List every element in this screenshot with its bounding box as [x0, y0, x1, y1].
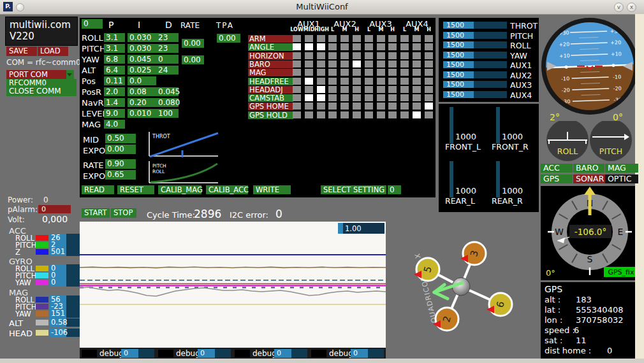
rc-expo-field[interactable]: 0.65	[105, 170, 136, 180]
aux-checkbox[interactable]	[413, 86, 421, 93]
calib-mag-button[interactable]: CALIB_MAG	[158, 185, 201, 194]
aux-checkbox[interactable]	[425, 111, 433, 118]
aux-checkbox[interactable]	[340, 94, 349, 101]
pid-i-field[interactable]: 0.030	[128, 33, 156, 42]
aux-checkbox[interactable]	[425, 86, 433, 93]
aux-checkbox[interactable]	[317, 35, 325, 42]
aux-checkbox[interactable]	[400, 69, 409, 76]
aux-checkbox[interactable]	[413, 111, 421, 118]
aux-checkbox[interactable]	[425, 35, 433, 42]
aux-checkbox[interactable]	[317, 60, 325, 68]
aux-checkbox[interactable]	[317, 43, 325, 50]
aux-checkbox[interactable]	[317, 86, 325, 93]
aux-checkbox[interactable]	[353, 78, 361, 85]
aux-checkbox[interactable]	[353, 86, 361, 93]
aux-checkbox[interactable]	[353, 103, 361, 110]
aux-checkbox[interactable]	[317, 52, 325, 59]
aux-checkbox[interactable]	[353, 52, 361, 59]
aux-checkbox[interactable]	[365, 103, 373, 110]
port-option-rfcomm0[interactable]: RFCOMM0	[6, 79, 77, 87]
pid-p-field[interactable]: 4.0	[104, 120, 125, 129]
aux-checkbox[interactable]	[388, 78, 397, 85]
pid-i-field[interactable]: 0.030	[128, 44, 156, 53]
pid-i-field[interactable]: 0.20	[128, 98, 156, 107]
pid-p-field[interactable]: 9.0	[104, 109, 125, 118]
sensor-toggle-optic[interactable]: OPTIC	[605, 174, 638, 183]
aux-checkbox[interactable]	[293, 78, 301, 85]
pid-d-field[interactable]: 23	[156, 33, 179, 42]
aux-checkbox[interactable]	[400, 86, 409, 93]
aux-checkbox[interactable]	[365, 86, 373, 93]
aux-checkbox[interactable]	[305, 78, 313, 85]
start-button[interactable]: START	[82, 208, 110, 218]
aux-checkbox[interactable]	[425, 52, 433, 59]
aux-checkbox[interactable]	[340, 35, 349, 42]
aux-checkbox[interactable]	[317, 78, 325, 85]
aux-checkbox[interactable]	[328, 111, 337, 118]
aux-checkbox[interactable]	[305, 43, 313, 50]
port-dropdown[interactable]: PORT COM	[6, 70, 74, 79]
aux-checkbox[interactable]	[353, 60, 361, 68]
aux-checkbox[interactable]	[305, 103, 313, 110]
rate-yaw-field[interactable]: 0.00	[182, 55, 204, 64]
aux-checkbox[interactable]	[317, 69, 325, 76]
aux-checkbox[interactable]	[413, 52, 421, 59]
aux-checkbox[interactable]	[425, 43, 433, 50]
expo-field[interactable]: 0.00	[105, 145, 136, 154]
aux-checkbox[interactable]	[377, 103, 385, 110]
aux-checkbox[interactable]	[400, 111, 409, 118]
aux-checkbox[interactable]	[293, 103, 301, 110]
sensor-toggle-gps[interactable]: GPS	[541, 174, 573, 183]
aux-checkbox[interactable]	[365, 60, 373, 68]
aux-checkbox[interactable]	[377, 60, 385, 68]
pid-i-field[interactable]: 0.010	[128, 109, 156, 118]
close-icon[interactable]: x	[627, 3, 636, 12]
aux-checkbox[interactable]	[328, 52, 337, 59]
aux-checkbox[interactable]	[293, 52, 301, 59]
aux-checkbox[interactable]	[293, 60, 301, 68]
aux-checkbox[interactable]	[353, 69, 361, 76]
aux-checkbox[interactable]	[365, 94, 373, 101]
select-setting-button[interactable]: SELECT SETTING	[321, 185, 386, 194]
aux-checkbox[interactable]	[340, 69, 349, 76]
save-button[interactable]: SAVE	[6, 46, 37, 56]
aux-checkbox[interactable]	[400, 35, 409, 42]
aux-checkbox[interactable]	[377, 52, 385, 59]
aux-checkbox[interactable]	[388, 60, 397, 68]
aux-checkbox[interactable]	[400, 94, 409, 101]
aux-checkbox[interactable]	[328, 35, 337, 42]
aux-checkbox[interactable]	[305, 52, 313, 59]
aux-checkbox[interactable]	[365, 43, 373, 50]
aux-checkbox[interactable]	[317, 111, 325, 118]
aux-checkbox[interactable]	[365, 111, 373, 118]
pid-p-field[interactable]: 6.4	[104, 66, 125, 75]
aux-checkbox[interactable]	[400, 60, 409, 68]
aux-checkbox[interactable]	[305, 69, 313, 76]
aux-checkbox[interactable]	[340, 103, 349, 110]
aux-checkbox[interactable]	[328, 43, 337, 50]
pid-p-field[interactable]: 6.8	[104, 55, 125, 64]
aux-checkbox[interactable]	[388, 94, 397, 101]
aux-checkbox[interactable]	[413, 69, 421, 76]
aux-checkbox[interactable]	[413, 94, 421, 101]
load-button[interactable]: LOAD	[38, 46, 68, 56]
pid-p-field[interactable]: 0.11	[104, 76, 125, 85]
aux-checkbox[interactable]	[388, 111, 397, 118]
pid-i-field[interactable]: 0.0	[128, 76, 156, 85]
minimize-icon[interactable]: v	[614, 3, 624, 12]
aux-checkbox[interactable]	[425, 78, 433, 85]
sensor-toggle-acc[interactable]: ACC	[541, 164, 573, 173]
aux-checkbox[interactable]	[388, 103, 397, 110]
pid-d-field[interactable]: 24	[156, 66, 179, 75]
aux-checkbox[interactable]	[317, 103, 325, 110]
aux-checkbox[interactable]	[413, 103, 421, 110]
aux-checkbox[interactable]	[293, 43, 301, 50]
aux-checkbox[interactable]	[328, 69, 337, 76]
pid-i-field[interactable]: 0.045	[128, 55, 156, 64]
aux-checkbox[interactable]	[328, 94, 337, 101]
aux-checkbox[interactable]	[293, 94, 301, 101]
sensor-toggle-sonar[interactable]: SONAR	[573, 174, 606, 183]
aux-checkbox[interactable]	[317, 94, 325, 101]
aux-checkbox[interactable]	[377, 111, 385, 118]
aux-checkbox[interactable]	[305, 94, 313, 101]
